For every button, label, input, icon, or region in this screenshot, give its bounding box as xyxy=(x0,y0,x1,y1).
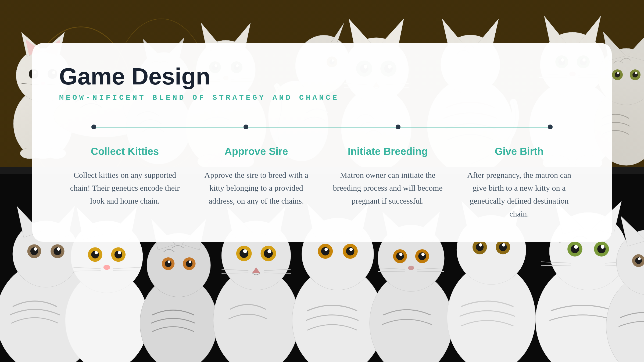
svg-point-121 xyxy=(34,247,37,251)
svg-point-172 xyxy=(349,248,353,251)
svg-point-133 xyxy=(103,265,110,270)
svg-point-146 xyxy=(168,260,170,263)
page-title: Game Design xyxy=(59,65,585,88)
step-initiate: Initiate Breeding Matron owner can initi… xyxy=(322,145,453,220)
step-collect: Collect Kitties Collect kitties on any s… xyxy=(59,145,191,220)
step-collect-title: Collect Kitties xyxy=(67,145,183,158)
step-approve-desc: Approve the sire to breed with a kitty b… xyxy=(199,169,314,207)
svg-point-196 xyxy=(479,243,482,246)
step-collect-desc: Collect kitties on any supported chain! … xyxy=(67,169,183,207)
svg-point-157 xyxy=(267,249,271,253)
step-birth-desc: After pregnancy, the matron can give bir… xyxy=(461,169,577,220)
svg-point-182 xyxy=(421,253,425,256)
step-approve: Approve Sire Approve the sire to breed w… xyxy=(191,145,322,220)
svg-point-197 xyxy=(502,243,505,246)
timeline-dot-1 xyxy=(91,125,96,129)
svg-point-147 xyxy=(189,260,191,263)
timeline-dot-4 xyxy=(548,125,553,129)
svg-line-185 xyxy=(378,271,405,271)
svg-point-206 xyxy=(574,245,578,249)
svg-point-220 xyxy=(638,257,641,260)
step-birth: Give Birth After pregnancy, the matron c… xyxy=(453,145,585,220)
step-initiate-desc: Matron owner can initiate the breeding p… xyxy=(330,169,445,207)
timeline-dots xyxy=(59,121,585,129)
svg-point-207 xyxy=(601,245,604,249)
svg-point-171 xyxy=(324,248,328,251)
timeline-dot-2 xyxy=(244,125,248,129)
page-subtitle: MEOW-NIFICENT BLEND OF STRATEGY AND CHAN… xyxy=(59,94,585,102)
svg-point-131 xyxy=(95,251,98,254)
svg-point-122 xyxy=(57,247,60,251)
step-birth-title: Give Birth xyxy=(461,145,577,158)
svg-point-132 xyxy=(118,251,121,254)
timeline-dot-3 xyxy=(396,125,400,129)
svg-line-187 xyxy=(417,271,444,271)
svg-point-181 xyxy=(399,253,402,256)
timeline xyxy=(59,121,585,129)
svg-point-183 xyxy=(408,266,414,270)
step-approve-title: Approve Sire xyxy=(199,145,314,158)
steps-grid: Collect Kitties Collect kitties on any s… xyxy=(59,145,585,220)
step-initiate-title: Initiate Breeding xyxy=(330,145,445,158)
main-card: Game Design MEOW-NIFICENT BLEND OF STRAT… xyxy=(32,43,612,242)
svg-point-156 xyxy=(243,249,247,253)
